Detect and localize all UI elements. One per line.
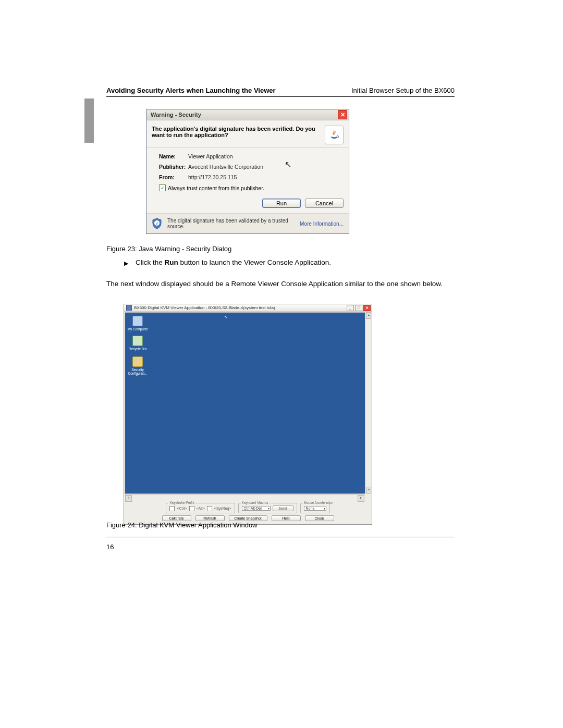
document-page: { "header": { "left": "Avoiding Security… <box>0 0 563 728</box>
snapshot-button[interactable]: Create Snapshot <box>229 515 267 521</box>
desktop-icon-recycle-bin[interactable]: Recycle Bin <box>127 336 148 351</box>
run-button[interactable]: Run <box>262 199 301 208</box>
figure-23: Warning - Security ✕ The application's d… <box>146 109 349 234</box>
cancel-button[interactable]: Cancel <box>305 199 344 208</box>
header-section-title: Avoiding Security Alerts when Launching … <box>106 87 276 94</box>
footer-rule <box>106 537 455 537</box>
viewer-button-row: Calibrate Refresh Create Snapshot Help C… <box>127 515 369 521</box>
trust-label: Always trust content from this publisher… <box>168 185 264 191</box>
more-info-link[interactable]: More Information... <box>300 221 344 227</box>
bullet-text: Click the Run button to launch the Viewe… <box>136 258 331 266</box>
page-number: 16 <box>106 543 114 551</box>
from-value: http://172.30.25.115 <box>188 174 237 180</box>
figure-23-caption: Figure 23: Java Warning - Security Dialo… <box>106 245 455 253</box>
page-header: Avoiding Security Alerts when Launching … <box>106 87 455 94</box>
java-icon <box>325 126 344 144</box>
viewer-titlebar: BX600 Digital KVM Viewer Application - B… <box>124 304 372 312</box>
viewer-title-text: BX600 Digital KVM Viewer Application - B… <box>134 305 275 310</box>
group-keystroke-prefix: Keystroke Prefix <Ctrl> <Alt> <SysReq> <box>166 503 235 513</box>
name-label: Name: <box>159 153 188 159</box>
from-label: From: <box>159 174 188 180</box>
publisher-value: Avocent Huntsville Corporation <box>188 164 263 170</box>
ctrl-checkbox[interactable] <box>169 506 175 511</box>
maximize-icon[interactable]: □ <box>355 305 362 311</box>
figure-24: BX600 Digital KVM Viewer Application - B… <box>124 304 372 525</box>
cursor-icon: ↖ <box>285 159 291 169</box>
scroll-down-icon[interactable]: ▾ <box>366 487 371 493</box>
header-doc-title: Initial Browser Setup of the BX600 <box>351 87 455 94</box>
desktop-icon-security-config[interactable]: Security Configurati... <box>127 356 148 375</box>
macro-combo[interactable]: Ctrl-Alt-Del <box>242 506 271 511</box>
accel-combo[interactable]: None <box>304 506 326 511</box>
close-button[interactable]: Close <box>305 515 334 521</box>
scroll-up-icon[interactable]: ▴ <box>366 312 371 319</box>
window-buttons: _ □ ✕ <box>347 305 371 311</box>
dialog-question: The application's digital signature has … <box>152 126 321 144</box>
sysreq-checkbox[interactable] <box>207 506 212 511</box>
figure-24-caption: Figure 24: Digital KVM Viewer Applicatio… <box>106 521 455 529</box>
group-mouse-acceleration: Mouse Acceleration None <box>300 503 330 513</box>
remote-cursor-icon: ↖ <box>224 315 228 319</box>
kvm-viewer-window: BX600 Digital KVM Viewer Application - B… <box>124 304 372 525</box>
help-button[interactable]: Help <box>272 515 301 521</box>
scroll-right-icon[interactable]: ▸ <box>358 495 364 502</box>
dialog-button-row: Run Cancel <box>146 199 349 213</box>
checkbox-icon[interactable]: ✓ <box>159 184 166 191</box>
footer-text: The digital signature has been validated… <box>167 218 295 229</box>
close-icon[interactable]: ✕ <box>363 305 371 311</box>
bullet-icon: ▶ <box>124 258 128 268</box>
horizontal-scrollbar[interactable]: ◂ ▸ <box>125 494 365 501</box>
shield-icon: i <box>152 218 162 229</box>
refresh-button[interactable]: Refresh <box>195 515 225 521</box>
group-keyboard-macros: Keyboard Macros Ctrl-Alt-Del Send <box>238 503 297 513</box>
header-rule <box>106 96 455 97</box>
section-tab <box>84 98 94 143</box>
dialog-question-row: The application's digital signature has … <box>146 120 349 148</box>
remote-desktop[interactable]: My Computer Recycle Bin Security Configu… <box>125 312 365 494</box>
scroll-left-icon[interactable]: ◂ <box>125 495 132 502</box>
dialog-footer: i The digital signature has been validat… <box>146 213 349 233</box>
minimize-icon[interactable]: _ <box>347 305 354 311</box>
send-button[interactable]: Send <box>273 505 293 511</box>
desktop-icon-my-computer[interactable]: My Computer <box>127 316 148 331</box>
publisher-label: Publisher: <box>159 164 188 170</box>
trust-checkbox-row[interactable]: ✓ Always trust content from this publish… <box>159 184 341 191</box>
bullet-instruction: ▶ Click the Run button to launch the Vie… <box>124 258 455 268</box>
alt-checkbox[interactable] <box>189 506 194 511</box>
dialog-titlebar: Warning - Security ✕ <box>146 109 349 120</box>
vertical-scrollbar[interactable]: ▴ ▾ <box>365 312 372 494</box>
dialog-body: Name: Viewer Application Publisher: Avoc… <box>146 148 349 199</box>
security-dialog: Warning - Security ✕ The application's d… <box>146 109 349 234</box>
dialog-title-text: Warning - Security <box>151 112 201 118</box>
body-paragraph: The next window displayed should be a Re… <box>106 279 455 289</box>
close-icon[interactable]: ✕ <box>338 110 347 119</box>
calibrate-button[interactable]: Calibrate <box>162 515 191 521</box>
app-icon <box>126 305 132 311</box>
viewer-main: My Computer Recycle Bin Security Configu… <box>124 312 372 494</box>
name-value: Viewer Application <box>188 153 233 159</box>
